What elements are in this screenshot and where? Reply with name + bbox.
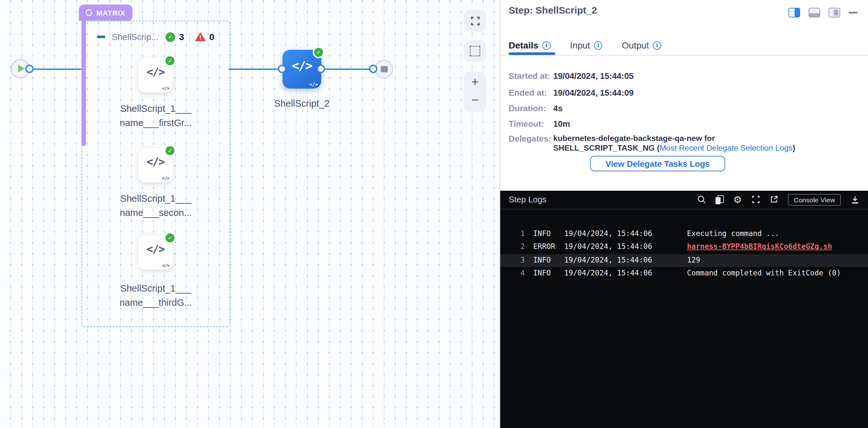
field-delegates: Delegates: kubernetes-delegate-backstage… (509, 134, 551, 144)
panel-layout-controls (788, 8, 858, 18)
node-label: ShellScript_1___ name___thirdG... (101, 282, 211, 310)
field-duration: Duration: 4s (509, 103, 546, 113)
shellscript-2-node[interactable]: </> </> ✓ (282, 50, 321, 89)
step-logs-title: Step Logs (509, 194, 547, 204)
loop-icon (85, 8, 93, 17)
collapse-matrix-icon[interactable] (97, 36, 105, 38)
field-ended-at: Ended at: 19/04/2024, 15:44:09 (509, 88, 547, 98)
success-check-icon: ✓ (164, 145, 176, 156)
shellscript-mini-icon: </> (309, 82, 318, 87)
success-check-icon: ✓ (164, 55, 176, 67)
matrix-success-count: 3 (179, 32, 184, 42)
expand-fullscreen-icon[interactable] (752, 195, 760, 204)
field-timeout: Timeout: 10m (509, 119, 544, 129)
layout-right-panel-icon[interactable] (788, 8, 800, 18)
fullscreen-icon (470, 16, 480, 26)
canvas-select-button[interactable] (464, 40, 486, 62)
shellscript-mini-icon: </> (162, 176, 169, 181)
open-in-new-window-icon[interactable] (770, 195, 778, 204)
stop-icon (381, 66, 388, 72)
matrix-left-strip (82, 20, 86, 146)
matrix-header: ShellScrip... ✓ 3 0 (97, 30, 219, 43)
shellscript-icon: </> (138, 155, 173, 168)
port-step-in (278, 65, 286, 73)
log-lines: 1 INFO 19/04/2024, 15:44:06 Executing co… (500, 227, 868, 280)
edge-step-to-end (321, 68, 374, 70)
divider (500, 55, 868, 55)
divider (189, 31, 190, 42)
matrix-title: ShellScrip... (112, 32, 158, 42)
tab-input[interactable]: Input i (570, 40, 602, 51)
pipeline-end-node[interactable] (375, 60, 393, 78)
step-logs-panel: Step Logs ⚙ (500, 190, 868, 428)
matrix-step-node-1[interactable]: </> </> ✓ (138, 58, 173, 92)
step-logs-actions: ⚙ Console View (697, 194, 860, 205)
minimize-panel-icon[interactable] (848, 12, 858, 13)
success-check-icon: ✓ (164, 232, 176, 244)
step-logs-toolbar: Step Logs ⚙ (500, 190, 868, 209)
shellscript-icon: </> (138, 65, 173, 78)
marquee-selection-icon (470, 46, 480, 56)
search-icon[interactable] (697, 195, 706, 204)
port-end (369, 65, 377, 73)
panel-tabs: Details i Input i Output i (509, 40, 661, 51)
port-start (25, 65, 34, 73)
pipeline-canvas[interactable]: MATRIX ShellScrip... ✓ 3 0 </> </> ✓ (0, 0, 500, 428)
layout-floating-panel-icon[interactable] (829, 8, 840, 18)
error-script-link[interactable]: harness-BYPP4bBIRqisKCo6dteGZg.sh (687, 242, 832, 251)
log-row-highlighted: 3 INFO 19/04/2024, 15:44:06 129 (500, 254, 868, 267)
settings-gear-icon[interactable]: ⚙ (733, 194, 742, 204)
tab-output[interactable]: Output i (622, 40, 661, 51)
log-row: 4 INFO 19/04/2024, 15:44:06 Command comp… (500, 267, 868, 280)
matrix-failed-count: 0 (209, 32, 215, 42)
edge-matrix-to-step (229, 68, 282, 70)
shellscript-mini-icon: </> (162, 86, 169, 91)
success-check-icon: ✓ (313, 47, 324, 58)
canvas-zoom-controls: + − (464, 72, 486, 112)
edge-start-to-matrix (28, 68, 83, 70)
step-details-panel: Step: ShellScript_2 Details i Input i Ou… (500, 0, 868, 428)
node-label: ShellScript_1___ name___firstGr... (101, 102, 211, 130)
copy-icon[interactable] (715, 195, 723, 204)
delegates-value: kubernetes-delegate-backstage-qa-new for… (553, 134, 844, 153)
play-icon (18, 65, 25, 72)
warning-triangle-icon (195, 32, 206, 41)
layout-bottom-panel-icon[interactable] (809, 8, 820, 18)
pipeline-execution-view: MATRIX ShellScrip... ✓ 3 0 </> </> ✓ (0, 0, 868, 428)
matrix-step-node-2[interactable]: </> </> ✓ (138, 148, 173, 182)
success-check-icon: ✓ (165, 32, 175, 42)
shellscript-icon: </> (138, 242, 173, 255)
download-icon[interactable] (850, 195, 860, 204)
info-icon[interactable]: i (542, 41, 551, 50)
main-node-label: ShellScript_2 (247, 97, 357, 111)
panel-title: Step: ShellScript_2 (509, 4, 597, 16)
matrix-step-node-3[interactable]: </> </> ✓ (138, 235, 173, 270)
canvas-fullscreen-button[interactable] (464, 10, 486, 32)
info-icon[interactable]: i (594, 41, 602, 50)
delegate-selection-logs-link[interactable]: Most Recent Delegate Selection Logs (659, 143, 793, 152)
node-label: ShellScript_1___ name___secon... (101, 192, 211, 220)
port-step-out (317, 65, 325, 73)
shellscript-mini-icon: </> (162, 263, 169, 268)
matrix-badge-label: MATRIX (96, 9, 125, 17)
info-icon[interactable]: i (653, 41, 661, 50)
log-row: 1 INFO 19/04/2024, 15:44:06 Executing co… (500, 227, 868, 241)
matrix-badge[interactable]: MATRIX (79, 4, 132, 21)
view-delegate-tasks-logs-button[interactable]: View Delegate Tasks Logs (590, 156, 725, 171)
zoom-out-button[interactable]: − (464, 93, 486, 107)
zoom-in-button[interactable]: + (464, 75, 486, 89)
log-row: 2 ERROR 19/04/2024, 15:44:06 harness-BYP… (500, 241, 868, 254)
console-view-button[interactable]: Console View (788, 194, 841, 205)
field-started-at: Started at: 19/04/2024, 15:44:05 (509, 71, 550, 81)
shellscript-icon: </> (282, 58, 321, 72)
tab-details[interactable]: Details i (509, 40, 551, 51)
